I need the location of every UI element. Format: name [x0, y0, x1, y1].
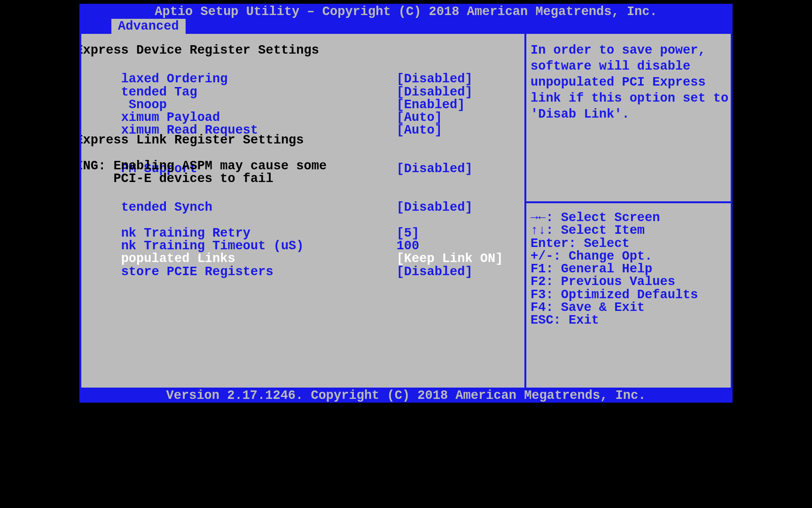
content-frame: I Express Device Register Settings laxed… [79, 34, 733, 388]
option-label: store PCIE Registers [121, 264, 397, 280]
option-value: [Disabled] [397, 161, 473, 177]
help-text: In order to save power, software will di… [531, 42, 733, 122]
help-column: In order to save power, software will di… [531, 42, 733, 122]
legend-f2: F2: Previous Values [531, 274, 733, 286]
title-bar: Aptio Setup Utility – Copyright (C) 2018… [79, 4, 733, 19]
legend-select-item: ↑↓: Select Item [531, 222, 733, 235]
legend-f1: F1: General Help [531, 261, 733, 274]
option-value: [Disabled] [397, 199, 473, 215]
horizontal-separator [526, 201, 733, 203]
option-value: [Auto] [397, 122, 442, 138]
legend-column: →←: Select Screen ↑↓: Select Item Enter:… [531, 210, 733, 325]
footer-bar: Version 2.17.1246. Copyright (C) 2018 Am… [79, 388, 733, 403]
section-heading: I Express Device Register Settings [79, 42, 525, 55]
tab-row: Advanced [79, 19, 733, 34]
footer-text: Version 2.17.1246. Copyright (C) 2018 Am… [166, 389, 646, 403]
legend-f3: F3: Optimized Defaults [531, 287, 733, 300]
tab-advanced[interactable]: Advanced [111, 19, 186, 34]
letterbox-bottom [79, 403, 733, 508]
option-label: tended Synch [121, 199, 397, 215]
main-column: I Express Device Register Settings laxed… [79, 42, 525, 261]
letterbox-top [79, 0, 733, 4]
legend-f4: F4: Save & Exit [531, 300, 733, 312]
section-heading: I Express Link Register Settings [79, 132, 525, 145]
legend-change: +/-: Change Opt. [531, 248, 733, 261]
bios-screen: Aptio Setup Utility – Copyright (C) 2018… [79, 0, 733, 508]
legend-select-screen: →←: Select Screen [531, 210, 733, 222]
option-value: [Disabled] [397, 264, 473, 280]
title-text: Aptio Setup Utility – Copyright (C) 2018… [155, 5, 657, 19]
